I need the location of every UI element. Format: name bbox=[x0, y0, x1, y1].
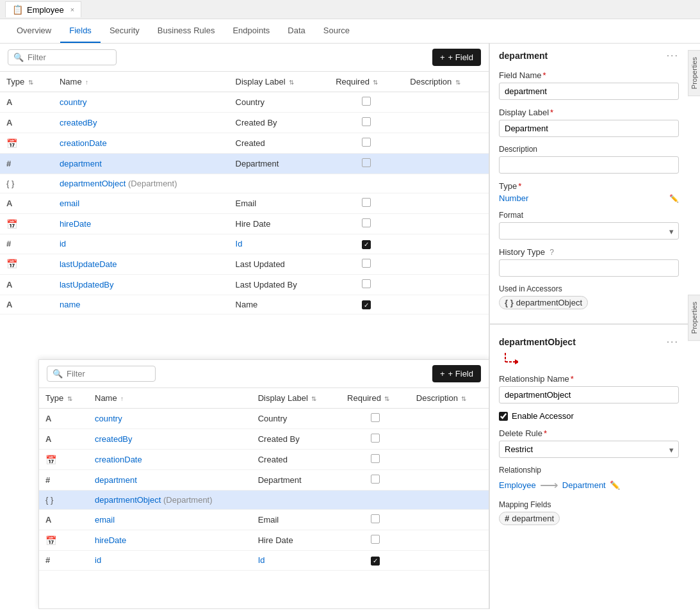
lower-col-display-label[interactable]: Display Label ⇅ bbox=[252, 388, 341, 409]
required-checkbox[interactable] bbox=[362, 117, 371, 126]
upper-filter-container[interactable]: 🔍 bbox=[8, 49, 117, 65]
required-asterisk: * bbox=[544, 428, 547, 438]
table-row[interactable]: # id Id ✓ bbox=[39, 551, 489, 571]
table-row[interactable]: # department Department bbox=[0, 154, 489, 174]
required-checkbox[interactable] bbox=[362, 279, 371, 288]
table-row[interactable]: 📅 lastUpdateDate Last Updated bbox=[0, 254, 489, 274]
table-row[interactable]: 📅 creationDate Created bbox=[39, 450, 489, 470]
field-name-input[interactable] bbox=[499, 83, 679, 100]
type-icon-calendar: 📅 bbox=[6, 259, 17, 269]
title-bar-tab[interactable]: 📋 Employee × bbox=[5, 1, 81, 17]
field-name-link[interactable]: hireDate bbox=[60, 219, 91, 229]
col-description[interactable]: Description ⇅ bbox=[403, 72, 489, 92]
delete-rule-select[interactable]: Restrict Cascade Set Null bbox=[499, 441, 679, 458]
required-checkbox[interactable] bbox=[362, 158, 371, 167]
required-checkbox[interactable] bbox=[362, 218, 371, 227]
relationship-name-input[interactable] bbox=[499, 386, 679, 403]
required-checkbox-checked[interactable]: ✓ bbox=[362, 300, 371, 309]
field-name-link[interactable]: lastUpdateDate bbox=[60, 259, 117, 269]
tab-endpoints[interactable]: Endpoints bbox=[224, 19, 279, 43]
table-row[interactable]: 📅 hireDate Hire Date bbox=[0, 214, 489, 234]
add-field-button-lower[interactable]: + + Field bbox=[432, 365, 481, 382]
col-name[interactable]: Name ↑ bbox=[53, 72, 229, 92]
lower-col-description[interactable]: Description ⇅ bbox=[410, 388, 489, 409]
close-icon[interactable]: × bbox=[70, 6, 74, 13]
help-icon[interactable]: ? bbox=[549, 248, 554, 257]
enable-accessor-checkbox[interactable] bbox=[499, 412, 508, 421]
tab-overview[interactable]: Overview bbox=[8, 19, 60, 43]
field-name-link[interactable]: department bbox=[60, 159, 102, 168]
required-checkbox[interactable] bbox=[371, 454, 380, 463]
field-name-link[interactable]: departmentObject bbox=[60, 179, 126, 188]
lower-col-type[interactable]: Type ⇅ bbox=[39, 388, 88, 409]
required-checkbox-checked[interactable]: ✓ bbox=[371, 557, 380, 566]
required-checkbox[interactable] bbox=[362, 97, 371, 106]
field-name-link[interactable]: creationDate bbox=[60, 138, 107, 148]
required-checkbox[interactable] bbox=[371, 475, 380, 484]
required-checkbox[interactable] bbox=[362, 138, 371, 147]
table-row[interactable]: A email Email bbox=[0, 193, 489, 214]
required-checkbox[interactable] bbox=[371, 535, 380, 544]
tab-source[interactable]: Source bbox=[314, 19, 359, 43]
table-row[interactable]: A lastUpdatedBy Last Updated By bbox=[0, 274, 489, 295]
tab-fields[interactable]: Fields bbox=[60, 19, 101, 43]
required-checkbox-checked[interactable]: ✓ bbox=[362, 240, 371, 249]
field-name-link[interactable]: departmentObject bbox=[95, 495, 161, 505]
tab-security[interactable]: Security bbox=[101, 19, 149, 43]
table-row[interactable]: A country Country bbox=[39, 409, 489, 429]
upper-filter-input[interactable] bbox=[28, 53, 111, 62]
table-row[interactable]: A createdBy Created By bbox=[0, 113, 489, 133]
department-object-more-button[interactable]: ··· bbox=[667, 336, 679, 348]
table-row[interactable]: 📅 hireDate Hire Date bbox=[39, 530, 489, 551]
required-checkbox[interactable] bbox=[371, 413, 380, 422]
display-label-input[interactable] bbox=[499, 120, 679, 137]
col-type[interactable]: Type ⇅ bbox=[0, 72, 53, 92]
table-row[interactable]: # department Department bbox=[39, 470, 489, 491]
field-name-link[interactable]: id bbox=[95, 555, 101, 565]
table-row[interactable]: 📅 creationDate Created bbox=[0, 133, 489, 154]
col-display-label[interactable]: Display Label ⇅ bbox=[229, 72, 330, 92]
table-row[interactable]: # id Id ✓ bbox=[0, 234, 489, 254]
table-row[interactable]: { } departmentObject (Department) bbox=[0, 174, 489, 193]
table-row[interactable]: A country Country bbox=[0, 92, 489, 113]
required-checkbox[interactable] bbox=[371, 514, 380, 523]
description-input[interactable] bbox=[499, 156, 679, 174]
properties-tab-lower[interactable]: Properties bbox=[688, 295, 700, 341]
field-name-link[interactable]: country bbox=[60, 97, 87, 107]
edit-relationship-icon[interactable]: ✏️ bbox=[610, 480, 620, 490]
field-name-link[interactable]: createdBy bbox=[95, 434, 133, 444]
field-name-link[interactable]: email bbox=[60, 199, 79, 208]
field-name-link[interactable]: name bbox=[60, 300, 81, 309]
lower-filter-container[interactable]: 🔍 bbox=[47, 366, 156, 382]
properties-tab-upper[interactable]: Properties bbox=[688, 50, 700, 96]
table-row[interactable]: A name Name ✓ bbox=[0, 295, 489, 314]
table-row[interactable]: A email Email bbox=[39, 510, 489, 530]
table-row[interactable]: { } departmentObject (Department) bbox=[39, 491, 489, 510]
field-name-link[interactable]: lastUpdatedBy bbox=[60, 280, 114, 289]
field-name-link[interactable]: creationDate bbox=[95, 455, 142, 464]
accessor-tag[interactable]: { } departmentObject bbox=[499, 296, 588, 309]
field-name-link[interactable]: department bbox=[95, 475, 137, 485]
add-field-button-upper[interactable]: + + Field bbox=[432, 49, 481, 66]
required-checkbox[interactable] bbox=[371, 434, 380, 443]
department-more-button[interactable]: ··· bbox=[667, 50, 679, 61]
lower-table-scroll[interactable]: Type ⇅ Name ↑ Display Label ⇅ Required ⇅… bbox=[39, 388, 489, 571]
format-select[interactable] bbox=[499, 222, 679, 240]
mapping-field-tag[interactable]: # department bbox=[499, 512, 560, 525]
edit-type-icon[interactable]: ✏️ bbox=[669, 194, 679, 203]
required-checkbox[interactable] bbox=[362, 198, 371, 207]
field-name-link[interactable]: hireDate bbox=[95, 535, 126, 545]
field-name-link[interactable]: country bbox=[95, 414, 122, 423]
field-name-link[interactable]: createdBy bbox=[60, 118, 97, 127]
table-row[interactable]: A createdBy Created By bbox=[39, 429, 489, 450]
lower-col-name[interactable]: Name ↑ bbox=[88, 388, 252, 409]
col-required[interactable]: Required ⇅ bbox=[329, 72, 403, 92]
field-name-link[interactable]: email bbox=[95, 515, 115, 525]
tab-data[interactable]: Data bbox=[279, 19, 314, 43]
tab-business-rules[interactable]: Business Rules bbox=[149, 19, 224, 43]
history-type-input[interactable] bbox=[499, 259, 679, 277]
lower-filter-input[interactable] bbox=[67, 369, 150, 379]
lower-col-required[interactable]: Required ⇅ bbox=[341, 388, 410, 409]
required-checkbox[interactable] bbox=[362, 259, 371, 268]
field-name-link[interactable]: id bbox=[60, 239, 66, 248]
